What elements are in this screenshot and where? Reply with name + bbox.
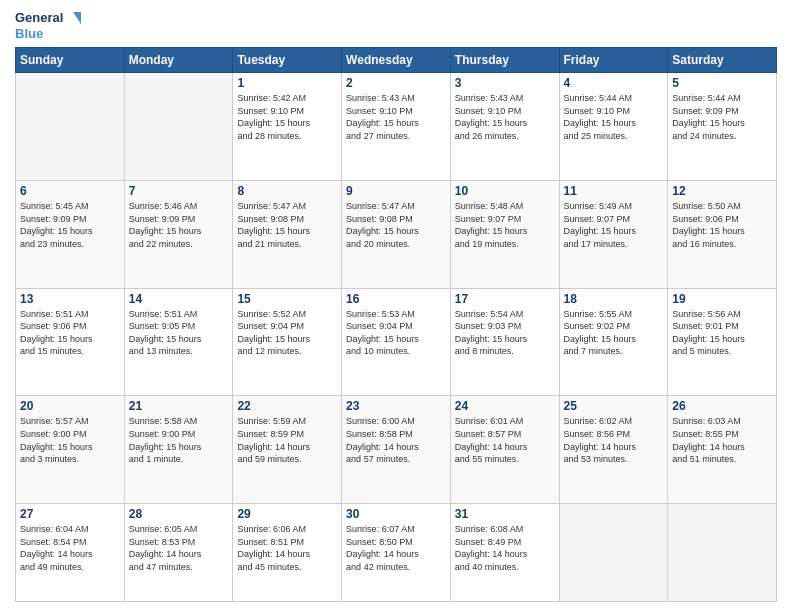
day-number: 21 [129, 399, 229, 413]
calendar-cell: 8Sunrise: 5:47 AM Sunset: 9:08 PM Daylig… [233, 180, 342, 288]
day-number: 5 [672, 76, 772, 90]
logo-general: General [15, 10, 63, 26]
calendar-cell: 26Sunrise: 6:03 AM Sunset: 8:55 PM Dayli… [668, 396, 777, 504]
calendar-week-1: 1Sunrise: 5:42 AM Sunset: 9:10 PM Daylig… [16, 73, 777, 181]
day-number: 25 [564, 399, 664, 413]
day-number: 19 [672, 292, 772, 306]
calendar-cell: 25Sunrise: 6:02 AM Sunset: 8:56 PM Dayli… [559, 396, 668, 504]
logo: General Blue [15, 10, 81, 41]
calendar-cell: 29Sunrise: 6:06 AM Sunset: 8:51 PM Dayli… [233, 504, 342, 602]
calendar-week-4: 20Sunrise: 5:57 AM Sunset: 9:00 PM Dayli… [16, 396, 777, 504]
cell-content: Sunrise: 5:52 AM Sunset: 9:04 PM Dayligh… [237, 308, 337, 358]
cell-content: Sunrise: 6:04 AM Sunset: 8:54 PM Dayligh… [20, 523, 120, 573]
header-tuesday: Tuesday [233, 48, 342, 73]
day-number: 13 [20, 292, 120, 306]
day-number: 22 [237, 399, 337, 413]
cell-content: Sunrise: 5:44 AM Sunset: 9:10 PM Dayligh… [564, 92, 664, 142]
calendar-cell: 18Sunrise: 5:55 AM Sunset: 9:02 PM Dayli… [559, 288, 668, 396]
cell-content: Sunrise: 6:05 AM Sunset: 8:53 PM Dayligh… [129, 523, 229, 573]
day-number: 28 [129, 507, 229, 521]
cell-content: Sunrise: 5:50 AM Sunset: 9:06 PM Dayligh… [672, 200, 772, 250]
header-monday: Monday [124, 48, 233, 73]
calendar-cell: 12Sunrise: 5:50 AM Sunset: 9:06 PM Dayli… [668, 180, 777, 288]
cell-content: Sunrise: 5:53 AM Sunset: 9:04 PM Dayligh… [346, 308, 446, 358]
calendar-cell: 11Sunrise: 5:49 AM Sunset: 9:07 PM Dayli… [559, 180, 668, 288]
calendar-cell [124, 73, 233, 181]
day-number: 3 [455, 76, 555, 90]
page: General Blue Sunday Monday Tuesday Wedne… [0, 0, 792, 612]
cell-content: Sunrise: 5:45 AM Sunset: 9:09 PM Dayligh… [20, 200, 120, 250]
day-number: 26 [672, 399, 772, 413]
day-number: 6 [20, 184, 120, 198]
calendar-week-2: 6Sunrise: 5:45 AM Sunset: 9:09 PM Daylig… [16, 180, 777, 288]
calendar-cell: 24Sunrise: 6:01 AM Sunset: 8:57 PM Dayli… [450, 396, 559, 504]
day-number: 4 [564, 76, 664, 90]
calendar-cell: 17Sunrise: 5:54 AM Sunset: 9:03 PM Dayli… [450, 288, 559, 396]
calendar-cell: 2Sunrise: 5:43 AM Sunset: 9:10 PM Daylig… [342, 73, 451, 181]
logo-chevron-icon [65, 12, 81, 24]
day-number: 31 [455, 507, 555, 521]
day-number: 12 [672, 184, 772, 198]
cell-content: Sunrise: 6:03 AM Sunset: 8:55 PM Dayligh… [672, 415, 772, 465]
calendar-cell [16, 73, 125, 181]
day-number: 15 [237, 292, 337, 306]
cell-content: Sunrise: 6:02 AM Sunset: 8:56 PM Dayligh… [564, 415, 664, 465]
cell-content: Sunrise: 5:54 AM Sunset: 9:03 PM Dayligh… [455, 308, 555, 358]
cell-content: Sunrise: 5:44 AM Sunset: 9:09 PM Dayligh… [672, 92, 772, 142]
calendar-cell: 3Sunrise: 5:43 AM Sunset: 9:10 PM Daylig… [450, 73, 559, 181]
calendar-cell: 23Sunrise: 6:00 AM Sunset: 8:58 PM Dayli… [342, 396, 451, 504]
calendar-cell: 1Sunrise: 5:42 AM Sunset: 9:10 PM Daylig… [233, 73, 342, 181]
day-number: 27 [20, 507, 120, 521]
day-number: 17 [455, 292, 555, 306]
calendar-cell: 16Sunrise: 5:53 AM Sunset: 9:04 PM Dayli… [342, 288, 451, 396]
calendar-cell: 27Sunrise: 6:04 AM Sunset: 8:54 PM Dayli… [16, 504, 125, 602]
day-number: 2 [346, 76, 446, 90]
cell-content: Sunrise: 5:47 AM Sunset: 9:08 PM Dayligh… [237, 200, 337, 250]
day-number: 11 [564, 184, 664, 198]
cell-content: Sunrise: 5:57 AM Sunset: 9:00 PM Dayligh… [20, 415, 120, 465]
calendar-cell: 7Sunrise: 5:46 AM Sunset: 9:09 PM Daylig… [124, 180, 233, 288]
cell-content: Sunrise: 5:43 AM Sunset: 9:10 PM Dayligh… [455, 92, 555, 142]
day-number: 7 [129, 184, 229, 198]
cell-content: Sunrise: 5:47 AM Sunset: 9:08 PM Dayligh… [346, 200, 446, 250]
day-number: 30 [346, 507, 446, 521]
cell-content: Sunrise: 5:51 AM Sunset: 9:05 PM Dayligh… [129, 308, 229, 358]
calendar-cell: 9Sunrise: 5:47 AM Sunset: 9:08 PM Daylig… [342, 180, 451, 288]
day-number: 24 [455, 399, 555, 413]
calendar-cell: 31Sunrise: 6:08 AM Sunset: 8:49 PM Dayli… [450, 504, 559, 602]
cell-content: Sunrise: 5:46 AM Sunset: 9:09 PM Dayligh… [129, 200, 229, 250]
day-number: 16 [346, 292, 446, 306]
day-number: 10 [455, 184, 555, 198]
calendar-cell: 6Sunrise: 5:45 AM Sunset: 9:09 PM Daylig… [16, 180, 125, 288]
svg-marker-0 [73, 12, 81, 24]
cell-content: Sunrise: 5:56 AM Sunset: 9:01 PM Dayligh… [672, 308, 772, 358]
cell-content: Sunrise: 5:59 AM Sunset: 8:59 PM Dayligh… [237, 415, 337, 465]
header-friday: Friday [559, 48, 668, 73]
day-number: 18 [564, 292, 664, 306]
calendar-cell: 14Sunrise: 5:51 AM Sunset: 9:05 PM Dayli… [124, 288, 233, 396]
cell-content: Sunrise: 5:42 AM Sunset: 9:10 PM Dayligh… [237, 92, 337, 142]
calendar-week-3: 13Sunrise: 5:51 AM Sunset: 9:06 PM Dayli… [16, 288, 777, 396]
calendar-week-5: 27Sunrise: 6:04 AM Sunset: 8:54 PM Dayli… [16, 504, 777, 602]
header-saturday: Saturday [668, 48, 777, 73]
day-number: 9 [346, 184, 446, 198]
header-wednesday: Wednesday [342, 48, 451, 73]
cell-content: Sunrise: 6:01 AM Sunset: 8:57 PM Dayligh… [455, 415, 555, 465]
calendar-cell: 5Sunrise: 5:44 AM Sunset: 9:09 PM Daylig… [668, 73, 777, 181]
header-thursday: Thursday [450, 48, 559, 73]
header: General Blue [15, 10, 777, 41]
calendar-cell: 22Sunrise: 5:59 AM Sunset: 8:59 PM Dayli… [233, 396, 342, 504]
cell-content: Sunrise: 5:55 AM Sunset: 9:02 PM Dayligh… [564, 308, 664, 358]
cell-content: Sunrise: 6:06 AM Sunset: 8:51 PM Dayligh… [237, 523, 337, 573]
day-number: 1 [237, 76, 337, 90]
calendar-cell: 10Sunrise: 5:48 AM Sunset: 9:07 PM Dayli… [450, 180, 559, 288]
calendar-table: Sunday Monday Tuesday Wednesday Thursday… [15, 47, 777, 602]
calendar-header-row: Sunday Monday Tuesday Wednesday Thursday… [16, 48, 777, 73]
calendar-cell: 4Sunrise: 5:44 AM Sunset: 9:10 PM Daylig… [559, 73, 668, 181]
day-number: 29 [237, 507, 337, 521]
logo-blue: Blue [15, 26, 81, 42]
cell-content: Sunrise: 5:49 AM Sunset: 9:07 PM Dayligh… [564, 200, 664, 250]
calendar-cell: 30Sunrise: 6:07 AM Sunset: 8:50 PM Dayli… [342, 504, 451, 602]
cell-content: Sunrise: 6:07 AM Sunset: 8:50 PM Dayligh… [346, 523, 446, 573]
day-number: 23 [346, 399, 446, 413]
